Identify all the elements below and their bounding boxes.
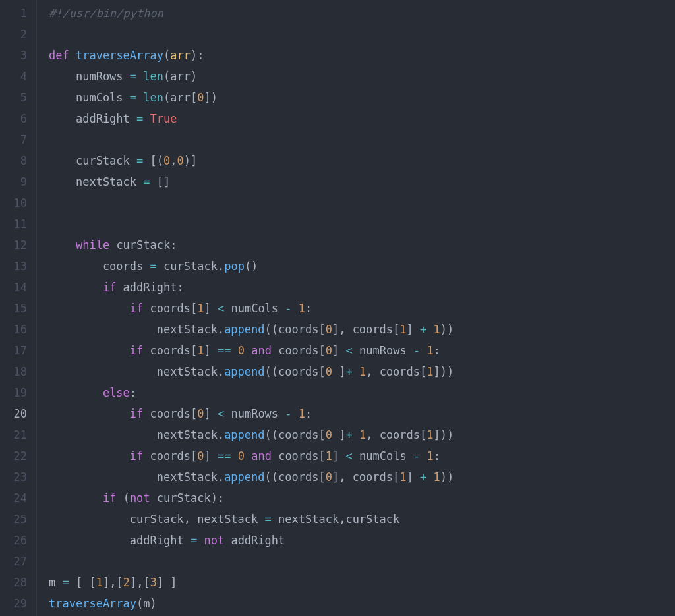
code-line[interactable]: addRight = True <box>49 108 454 129</box>
token-id: coords <box>143 407 191 420</box>
code-line[interactable]: if coords[0] < numRows - 1: <box>49 403 454 424</box>
token-pu: : <box>434 344 440 357</box>
token-kw: if <box>103 281 116 294</box>
line-number: 3 <box>5 45 27 66</box>
code-line[interactable] <box>49 24 454 45</box>
code-line[interactable]: nextStack.append((coords[0], coords[1] +… <box>49 466 454 488</box>
token-id <box>332 428 339 441</box>
token-pu: ],[ <box>130 576 150 589</box>
token-id <box>332 365 339 378</box>
token-cn: 1 <box>426 449 433 462</box>
token-kw: if <box>130 344 143 357</box>
token-pu: ((coords[ <box>265 365 326 378</box>
token-kw: else <box>103 386 130 399</box>
code-line[interactable]: numCols = len(arr[0]) <box>49 87 454 108</box>
token-id <box>143 154 150 167</box>
token-cn: 0 <box>197 449 204 462</box>
token-id: nextStack <box>49 470 218 484</box>
code-line[interactable]: if coords[1] < numCols - 1: <box>49 298 454 319</box>
token-cn: 1 <box>326 449 332 462</box>
code-line[interactable] <box>49 551 454 572</box>
token-cn: 0 <box>238 344 245 357</box>
code-line[interactable]: if addRight: <box>49 277 454 298</box>
token-fn: traverseArray <box>76 49 163 62</box>
token-pu: ], coords[ <box>332 470 399 484</box>
token-id: curStack <box>157 260 218 273</box>
line-number: 16 <box>5 319 27 340</box>
token-cn: 1 <box>96 576 103 589</box>
token-kw: while <box>76 238 109 252</box>
token-pu: () <box>245 260 258 273</box>
token-id: m <box>49 576 62 589</box>
token-cn: 1 <box>197 302 204 315</box>
code-line[interactable]: nextStack.append((coords[0], coords[1] +… <box>49 319 454 340</box>
token-kw: and <box>251 344 272 357</box>
token-op: - <box>285 302 291 315</box>
code-line[interactable]: traverseArray(m) <box>49 593 454 614</box>
token-pu: , coords[ <box>366 428 426 441</box>
code-line[interactable]: curStack = [(0,0)] <box>49 150 454 171</box>
code-line[interactable]: nextStack = [] <box>49 171 454 192</box>
token-cn: 3 <box>150 576 157 589</box>
token-id: nextStack <box>49 365 218 378</box>
token-id <box>69 49 76 62</box>
token-id: numRows <box>224 407 285 420</box>
token-pu: ] <box>204 302 217 315</box>
code-line[interactable]: else: <box>49 382 454 403</box>
token-id <box>420 344 426 357</box>
code-line[interactable]: def traverseArray(arr): <box>49 45 454 66</box>
token-id: coords <box>272 344 319 357</box>
token-fn: traverseArray <box>49 597 136 610</box>
code-line[interactable]: m = [ [1],[2],[3] ] <box>49 572 454 593</box>
code-line[interactable]: coords = curStack.pop() <box>49 256 454 277</box>
token-id <box>420 449 426 462</box>
code-area[interactable]: #!/usr/bin/python def traverseArray(arr)… <box>37 0 454 616</box>
token-bi: len <box>143 91 163 104</box>
token-cn: 1 <box>399 323 406 336</box>
token-cn: 1 <box>426 428 433 441</box>
token-cn: 0 <box>197 91 204 104</box>
code-editor[interactable]: 1234567891011121314151617181920212223242… <box>0 0 675 616</box>
code-line[interactable]: if coords[0] == 0 and coords[1] < numCol… <box>49 445 454 466</box>
token-id: curStack <box>49 154 136 167</box>
token-fn: append <box>224 428 264 441</box>
token-cm: #!/usr/bin/python <box>49 7 163 20</box>
token-pu: ],[ <box>103 576 123 589</box>
line-number: 1 <box>5 3 27 24</box>
token-pu: ): <box>191 49 204 62</box>
token-pu: : <box>434 449 440 462</box>
token-pu: ] <box>407 323 420 336</box>
token-pu: . <box>218 323 224 336</box>
token-id <box>49 302 130 315</box>
token-op: = <box>191 534 197 547</box>
token-op: + <box>420 470 426 484</box>
token-cn: 0 <box>326 365 332 378</box>
token-id: curStack <box>109 238 170 252</box>
token-pu: . <box>218 260 224 273</box>
token-pu: ] <box>407 470 420 484</box>
code-line[interactable] <box>49 192 454 213</box>
code-line[interactable]: curStack, nextStack = nextStack,curStack <box>49 509 454 530</box>
token-pu: ]) <box>204 91 217 104</box>
code-line[interactable] <box>49 129 454 150</box>
token-id <box>69 576 76 589</box>
code-line[interactable]: #!/usr/bin/python <box>49 3 454 24</box>
token-id: addRight <box>224 534 285 547</box>
token-pu: (m) <box>136 597 157 610</box>
token-pu: ], coords[ <box>332 323 399 336</box>
code-line[interactable]: while curStack: <box>49 235 454 256</box>
code-line[interactable]: if coords[1] == 0 and coords[0] < numRow… <box>49 340 454 361</box>
code-line[interactable]: numRows = len(arr) <box>49 66 454 87</box>
token-pu: ] <box>339 428 345 441</box>
token-id: coords <box>49 260 150 273</box>
line-number: 9 <box>5 171 27 192</box>
code-line[interactable]: nextStack.append((coords[0 ]+ 1, coords[… <box>49 424 454 445</box>
code-line[interactable]: if (not curStack): <box>49 488 454 509</box>
code-line[interactable]: nextStack.append((coords[0 ]+ 1, coords[… <box>49 361 454 382</box>
line-number: 21 <box>5 424 27 445</box>
token-id <box>136 70 143 83</box>
token-id: coords <box>143 449 191 462</box>
code-line[interactable] <box>49 213 454 235</box>
line-number: 5 <box>5 87 27 108</box>
code-line[interactable]: addRight = not addRight <box>49 530 454 551</box>
